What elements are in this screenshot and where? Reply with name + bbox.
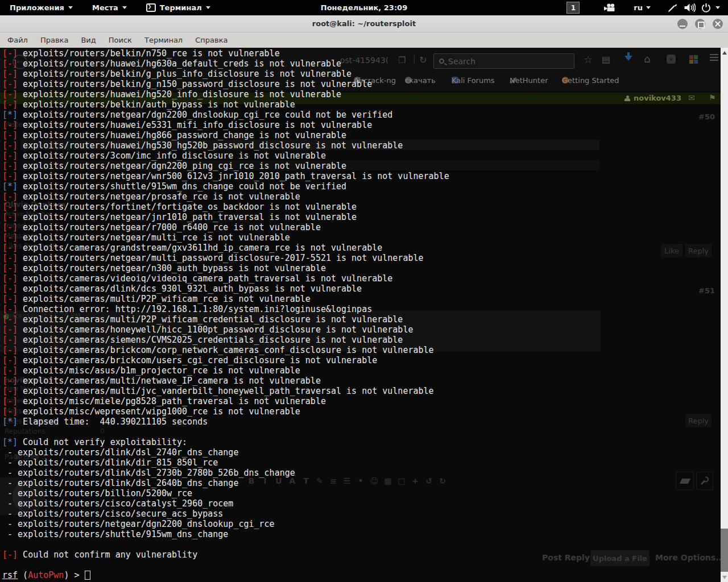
workspace-number: 1 <box>571 4 576 12</box>
terminal-app-menu[interactable]: Терминал <box>136 0 220 15</box>
terminal-line: - exploits/routers/cisco/secure_acs_bypa… <box>2 509 449 519</box>
upload-file-button-bleed: Upload a File <box>590 550 650 566</box>
error-marker: [-] <box>2 396 18 406</box>
chevron-down-icon <box>206 6 210 9</box>
window-title: root@kali: ~/routersploit <box>312 19 416 28</box>
terminal-line: [-] exploits/cameras/multi/netwave_IP_ca… <box>2 376 449 386</box>
prompt-module: AutoPwn <box>28 570 64 580</box>
bookmark-label: NetHunter <box>510 76 548 85</box>
chevron-down-icon <box>646 6 651 9</box>
power-icon[interactable] <box>701 3 711 13</box>
browser-search-box: Search <box>433 53 574 69</box>
system-menu-chevron-icon[interactable] <box>715 6 720 9</box>
terminal-line: [-] exploits/cameras/multi/jvc_vanderbil… <box>2 386 449 396</box>
menubar-item-справка[interactable]: Справка <box>189 32 234 48</box>
terminal-line: [-] exploits/cameras/multi/P2P_wificam_r… <box>2 294 449 304</box>
error-marker: [-] <box>2 48 18 59</box>
terminal-line: - exploits/routers/shuttle/915wm_dns_cha… <box>2 529 449 539</box>
close-button[interactable] <box>713 19 723 29</box>
bookmark-item: Kali Forums <box>452 77 458 84</box>
error-marker: [-] <box>2 325 18 335</box>
terminal-line <box>2 560 449 570</box>
logged-in-username: novikov433 <box>634 94 681 102</box>
error-marker: [-] <box>2 365 18 376</box>
menubar-item-файл[interactable]: Файл <box>1 32 34 48</box>
terminal-window[interactable]: ← ost-415943( ❐ | ↻ Search ☆ ▤ ⌂ ∨ Aircr… <box>0 48 728 582</box>
error-marker: [-] <box>2 232 18 243</box>
scroll-up-arrow-icon[interactable] <box>722 51 727 55</box>
terminal-line: [-] exploits/cameras/brickcom/corp_netwo… <box>2 345 449 355</box>
places-menu[interactable]: Места <box>82 0 136 15</box>
maximize-button[interactable] <box>695 19 705 29</box>
terminal-line: rsf (AutoPwn) > <box>2 570 449 580</box>
error-marker: [-] <box>2 89 18 99</box>
info-marker: [*] <box>2 181 18 192</box>
menubar-item-вид[interactable]: Вид <box>75 32 102 48</box>
error-marker: [-] <box>2 222 18 232</box>
like-button-bleed: Like <box>661 244 682 257</box>
terminal-line: - exploits/routers/cisco/catalyst_2960_r… <box>2 498 449 509</box>
terminal-line: [-] exploits/cameras/brickcom/users_cgi_… <box>2 355 449 365</box>
terminal-line: [-] exploits/cameras/honeywell/hicc_1100… <box>2 325 449 335</box>
menubar-item-правка[interactable]: Правка <box>34 32 75 48</box>
volume-icon[interactable] <box>684 3 696 13</box>
terminal-line <box>2 427 449 437</box>
terminal-line: [-] exploits/cameras/multi/P2P_wificam_c… <box>2 314 449 325</box>
post-reply-button-bleed: Post Reply <box>542 553 590 562</box>
terminal-line: [-] exploits/routers/netgear/wnr500_612v… <box>2 171 449 181</box>
alerts-flag-icon: ⚑ <box>709 93 716 102</box>
terminal-line: [-] exploits/misc/asus/b1m_projector_rce… <box>2 365 449 376</box>
bookmark-item: NetHunter <box>510 77 516 84</box>
user-icon <box>624 95 630 101</box>
error-marker: [-] <box>2 253 18 263</box>
places-menu-label: Места <box>92 3 118 12</box>
menubar-item-терминал[interactable]: Терминал <box>138 32 189 48</box>
eraser-icon <box>679 479 690 484</box>
prompt-binary: rsf <box>2 570 18 580</box>
error-marker: [-] <box>2 151 18 161</box>
applications-menu[interactable]: Приложения <box>0 0 82 15</box>
terminal-line: [-] exploits/routers/netgear/r7000_r6400… <box>2 222 449 232</box>
inbox-envelope-icon: ✉ <box>688 93 695 102</box>
download-icon <box>624 56 632 61</box>
window-titlebar[interactable]: root@kali: ~/routersploit <box>0 15 728 32</box>
bookmark-label: Getting Started <box>562 76 619 85</box>
kali-icon <box>452 77 458 84</box>
stylus-icon[interactable] <box>668 3 678 13</box>
terminal-line: [-] exploits/cameras/videoiq/videoiq_cam… <box>2 273 449 284</box>
bookmark-star-icon: ☆ <box>584 53 593 65</box>
minimize-button[interactable] <box>677 19 688 29</box>
menubar-item-поиск[interactable]: Поиск <box>102 32 138 48</box>
terminal-line: [*] exploits/routers/netgear/dgn2200_dns… <box>2 110 449 120</box>
s3-addon-icon <box>689 55 698 64</box>
error-marker: [-] <box>2 263 18 273</box>
terminal-line: [-] exploits/routers/huawei/hg530_hg520b… <box>2 140 449 151</box>
more-options-button-bleed: More Options... <box>655 553 725 562</box>
terminal-line: [-] exploits/routers/netgear/jnr1010_pat… <box>2 212 449 222</box>
terminal-line: [-] exploits/routers/netgear/multi_passw… <box>2 253 449 263</box>
terminal-scrollbar[interactable] <box>721 48 728 582</box>
error-marker: [-] <box>2 59 18 69</box>
error-marker: [-] <box>2 161 18 171</box>
terminal-line: [-] exploits/routers/huawei/hg520_info_d… <box>2 89 449 99</box>
terminal-line: [-] exploits/misc/miele/pg8528_path_trav… <box>2 396 449 406</box>
screencast-camera-icon[interactable] <box>603 3 615 12</box>
workspace-indicator[interactable]: 1 <box>566 2 580 14</box>
scroll-down-arrow-icon[interactable] <box>722 576 727 579</box>
terminal-line: - exploits/routers/dlink/dir_815_850l_rc… <box>2 458 449 468</box>
panel-clock[interactable]: Понедельник, 23:09 <box>321 0 407 15</box>
keyboard-layout-indicator[interactable]: ru <box>634 3 651 12</box>
terminal-icon <box>146 3 156 12</box>
error-marker: [-] <box>2 376 18 386</box>
chevron-down-icon <box>122 6 127 9</box>
terminal-line: [-] exploits/routers/netgear/multi_rce i… <box>2 232 449 243</box>
error-marker: [-] <box>2 406 18 417</box>
error-marker: [-] <box>2 130 18 140</box>
scrollbar-thumb[interactable] <box>721 529 728 572</box>
error-marker: [-] <box>2 294 18 304</box>
error-marker: [-] <box>2 284 18 294</box>
error-marker: [-] <box>2 345 18 355</box>
terminal-line: [*] exploits/routers/shuttle/915wm_dns_c… <box>2 181 449 192</box>
error-marker: [-] <box>2 212 18 222</box>
editor-eraser-button <box>676 472 694 490</box>
